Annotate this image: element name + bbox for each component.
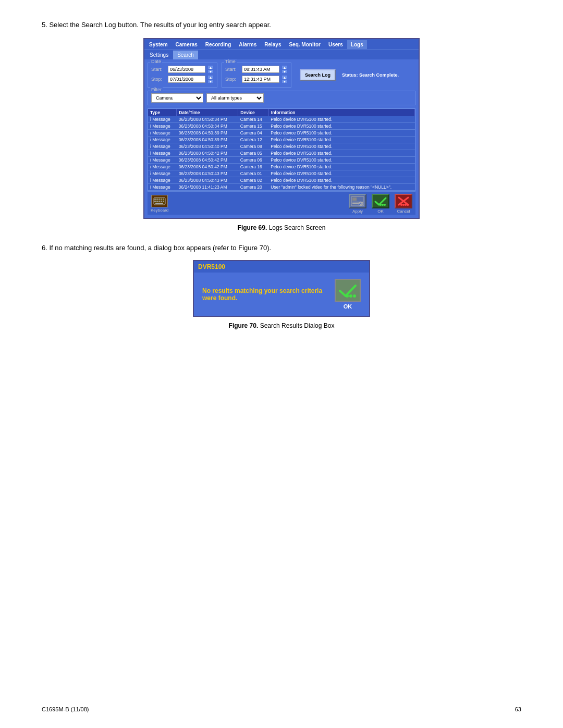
- start-time-input[interactable]: [242, 66, 279, 73]
- ok-button[interactable]: OK: [372, 194, 389, 214]
- cell-type: i Message: [148, 123, 177, 130]
- start-date-input[interactable]: [168, 66, 205, 73]
- dialog-box: DVR5100 No results matching your search …: [193, 260, 370, 317]
- apply-icon: [349, 194, 366, 208]
- cell-device: Camera 12: [238, 137, 269, 143]
- stop-time-up[interactable]: ▲: [282, 75, 288, 79]
- nav-tab-logs[interactable]: Logs: [347, 40, 367, 49]
- apply-label: Apply: [352, 209, 363, 214]
- cell-type: i Message: [148, 143, 177, 150]
- cell-datetime: 06/23/2008 04:50:34 PM: [177, 123, 238, 130]
- svg-point-18: [359, 202, 361, 204]
- nav-tab-alarms[interactable]: Alarms: [235, 40, 260, 49]
- sub-tab-settings[interactable]: Settings: [145, 51, 173, 59]
- nav-tab-system[interactable]: System: [145, 40, 172, 49]
- stop-time-input[interactable]: [242, 76, 279, 83]
- col-datetime: Date/Time: [177, 109, 238, 116]
- svg-point-17: [361, 202, 363, 204]
- svg-rect-13: [352, 198, 357, 201]
- svg-rect-11: [155, 203, 163, 204]
- start-date-row: Start: ▲ ▼: [151, 65, 214, 73]
- start-time-down[interactable]: ▼: [282, 69, 288, 73]
- nav-tab-users[interactable]: Users: [325, 40, 347, 49]
- cancel-button[interactable]: Cancel: [395, 194, 412, 214]
- cell-datetime: 06/24/2008 11:41:23 AM: [177, 184, 238, 191]
- table-row: i Message06/23/2008 04:50:43 PMCamera 02…: [148, 177, 415, 184]
- ok-icon: [372, 194, 389, 208]
- figure69-caption: Figure 69. Logs Search Screen: [143, 224, 420, 231]
- dialog-ok-icon: [335, 279, 361, 302]
- stop-time-down[interactable]: ▼: [282, 79, 288, 83]
- cell-info: Pelco device DVR5100 started.: [268, 130, 414, 137]
- cell-type: i Message: [148, 116, 177, 123]
- stop-date-spinner: ▲ ▼: [207, 75, 214, 83]
- date-section: Date Start: ▲ ▼ Stop: ▲: [148, 63, 217, 88]
- stop-time-row: Stop: ▲ ▼: [225, 75, 288, 83]
- cell-type: i Message: [148, 157, 177, 164]
- table-row: i Message06/23/2008 04:50:42 PMCamera 16…: [148, 164, 415, 170]
- search-log-button[interactable]: Search Log: [300, 69, 336, 81]
- nav-tab-cameras[interactable]: Cameras: [172, 40, 201, 49]
- stop-date-row: Stop: ▲ ▼: [151, 75, 214, 83]
- sub-tab-search[interactable]: Search: [173, 51, 198, 59]
- svg-point-29: [353, 294, 356, 298]
- stop-time-spinner: ▲ ▼: [282, 75, 288, 83]
- cell-type: i Message: [148, 177, 177, 184]
- keyboard-icon: [151, 195, 168, 207]
- filter-section: Filter Camera All devices All alarm type…: [148, 91, 415, 105]
- svg-point-20: [384, 204, 386, 206]
- cell-info: Pelco device DVR5100 started.: [268, 116, 414, 123]
- cell-type: i Message: [148, 130, 177, 137]
- filter-device-select[interactable]: Camera All devices: [151, 93, 203, 103]
- cell-datetime: 06/23/2008 04:50:34 PM: [177, 116, 238, 123]
- start-time-up[interactable]: ▲: [282, 65, 288, 69]
- nav-tab-seqmonitor[interactable]: Seq. Monitor: [285, 40, 324, 49]
- stop-date-up[interactable]: ▲: [207, 75, 214, 79]
- col-device: Device: [238, 109, 269, 116]
- start-label: Start:: [151, 67, 166, 72]
- footer-left: C1695M-B (11/08): [42, 706, 89, 712]
- date-label: Date: [150, 59, 162, 64]
- table-row: i Message06/23/2008 04:50:40 PMCamera 08…: [148, 143, 415, 150]
- apply-button[interactable]: Apply: [349, 194, 366, 214]
- stop-date-input[interactable]: [168, 76, 205, 83]
- cell-info: Pelco device DVR5100 started.: [268, 164, 414, 170]
- svg-rect-7: [156, 201, 158, 202]
- dialog-wrapper: DVR5100 No results matching your search …: [193, 260, 370, 317]
- nav-tab-recording[interactable]: Recording: [202, 40, 235, 49]
- table-row: i Message06/23/2008 04:50:42 PMCamera 05…: [148, 150, 415, 157]
- start-date-down[interactable]: ▼: [207, 69, 214, 73]
- svg-point-21: [382, 204, 384, 206]
- table-row: i Message06/23/2008 04:50:34 PMCamera 14…: [148, 116, 415, 123]
- dialog-ok-button[interactable]: OK: [335, 279, 361, 310]
- svg-point-22: [380, 204, 382, 206]
- nav-tab-relays[interactable]: Relays: [261, 40, 285, 49]
- status-text: Status: Search Complete.: [342, 72, 399, 78]
- results-table: Type Date/Time Device Information i Mess…: [148, 109, 415, 191]
- table-row: i Message06/23/2008 04:50:34 PMCamera 15…: [148, 123, 415, 130]
- cell-type: i Message: [148, 150, 177, 157]
- svg-point-31: [346, 294, 349, 298]
- cell-info: User "admin" locked video for the follow…: [268, 184, 414, 191]
- stop-date-down[interactable]: ▼: [207, 79, 214, 83]
- col-type: Type: [148, 109, 177, 116]
- cell-datetime: 06/23/2008 04:50:42 PM: [177, 164, 238, 170]
- dialog-message: No results matching your search criteria…: [202, 287, 326, 302]
- dvr-window: System Cameras Recording Alarms Relays S…: [143, 38, 420, 219]
- filter-type-select[interactable]: All alarm types Message Alarm: [206, 93, 264, 103]
- cell-device: Camera 01: [238, 170, 269, 177]
- cell-device: Camera 02: [238, 177, 269, 184]
- start-date-up[interactable]: ▲: [207, 65, 214, 69]
- instruction-2: 6. If no matching results are found, a d…: [42, 244, 521, 252]
- keyboard-label: Keyboard: [151, 208, 168, 213]
- dialog-header: DVR5100: [194, 261, 369, 273]
- svg-rect-1: [154, 199, 156, 200]
- page-content: 5. Select the Search Log button. The res…: [0, 0, 563, 350]
- cell-datetime: 06/23/2008 04:50:43 PM: [177, 170, 238, 177]
- start-time-label: Start:: [225, 67, 240, 72]
- start-date-spinner: ▲ ▼: [207, 65, 214, 73]
- svg-point-19: [360, 204, 362, 206]
- svg-point-25: [407, 204, 409, 206]
- cell-device: Camera 20: [238, 184, 269, 191]
- stop-time-label: Stop:: [225, 77, 240, 82]
